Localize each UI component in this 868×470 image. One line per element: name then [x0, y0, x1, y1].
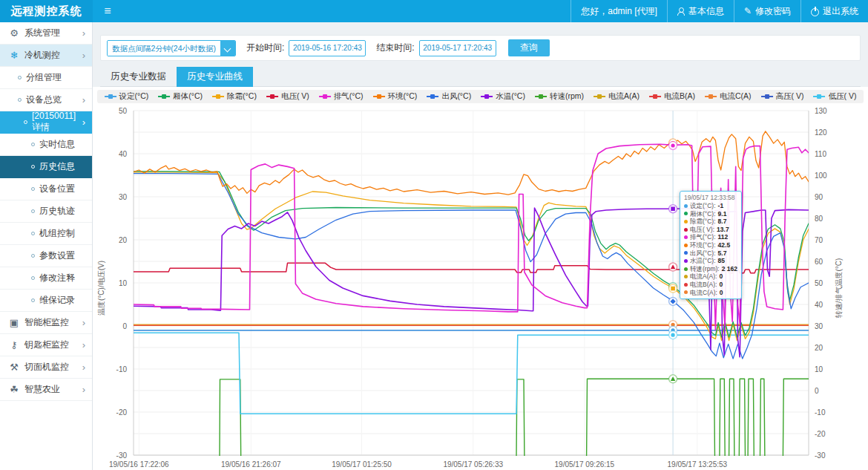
sidebar-item[interactable]: ❄冷机测控› [0, 45, 92, 67]
sidebar-item[interactable]: 修改注释 [0, 267, 92, 290]
bullet-icon [24, 120, 27, 124]
tooltip-row: 电压( V):13.7 [684, 226, 737, 234]
sidebar-item[interactable]: 历史轨迹 [0, 200, 92, 223]
sidebar-item[interactable]: 设备总览› [0, 89, 92, 111]
tooltip-series-name: 转速(rpm): [690, 265, 720, 273]
sidebar-item[interactable]: 参数设置 [0, 245, 92, 267]
header-spacer [122, 0, 571, 22]
sidebar-item-label: [20150011]详情 [32, 111, 82, 134]
change-password-label: 修改密码 [755, 5, 791, 18]
sidebar-nav: ⚙系统管理›❄冷机测控›分组管理设备总览›[20150011]详情›实时信息历史… [0, 22, 93, 470]
tooltip-series-name: 水温(°C): [690, 257, 716, 265]
start-time-label: 开始时间: [246, 42, 284, 54]
tooltip-series-name: 出风(°C): [690, 249, 716, 258]
chevron-right-icon: › [82, 317, 85, 328]
x-axis-tick-label: 19/05/16 17:22:06 [98, 460, 180, 469]
tooltip-series-dot [684, 267, 688, 271]
history-curve-chart[interactable]: 设定(°C)厢体(°C)除霜(°C)电压( V)排气(°C)环境(°C)出风(°… [93, 87, 868, 470]
tab-history-curve[interactable]: 历史专业曲线 [177, 67, 253, 87]
tooltip-row: 电流C(A):0 [684, 289, 737, 297]
bullet-icon [31, 254, 35, 258]
sidebar-item-label: 历史轨迹 [39, 205, 75, 218]
tab-history-data[interactable]: 历史专业数据 [100, 67, 177, 87]
y-right-tick-label: 30 [815, 322, 823, 330]
change-password-button[interactable]: ✎ 修改密码 [734, 0, 800, 22]
y-left-tick-label: 10 [93, 279, 127, 287]
sidebar-item-label: 设备总览 [26, 94, 62, 106]
tooltip-row: 出风(°C):5.7 [684, 249, 737, 258]
y-right-tick-label: 20 [815, 344, 823, 352]
bullet-icon [31, 209, 35, 213]
sidebar-item[interactable]: 设备位置 [0, 178, 92, 200]
tooltip-series-dot [684, 283, 688, 287]
logout-button[interactable]: 退出系统 [800, 0, 868, 22]
tab-strip: 历史专业数据 历史专业曲线 [100, 67, 861, 87]
sidebar-item[interactable]: [20150011]详情› [0, 111, 92, 134]
user-icon [677, 7, 685, 15]
sidebar-item-label: 修改注释 [39, 272, 75, 284]
interval-select[interactable]: 数据点间隔2分钟(24小时数据) [107, 40, 236, 56]
chevron-right-icon: › [82, 339, 85, 350]
tooltip-series-name: 设定(°C): [690, 202, 716, 210]
bullet-icon [31, 298, 35, 302]
tooltip-series-name: 除霜(°C): [690, 218, 716, 226]
bullet-icon [31, 187, 35, 191]
x-axis-tick-label: 19/05/17 05:26:33 [433, 460, 514, 469]
end-time-input[interactable] [419, 40, 496, 56]
sidebar-item-label: 系统管理 [24, 27, 60, 39]
tooltip-series-value: 9.1 [718, 210, 727, 218]
bullet-icon [31, 143, 35, 146]
tooltip-series-name: 电流B(A): [690, 281, 717, 289]
tooltip-series-dot [684, 251, 688, 255]
hamburger-menu-icon[interactable]: ≡ [93, 0, 122, 22]
sidebar-item-label: 参数设置 [39, 249, 75, 262]
sidebar-item[interactable]: ⚒切面机监控› [0, 356, 92, 379]
sidebar-item[interactable]: 分组管理 [0, 67, 92, 89]
sidebar-item[interactable]: 机组控制 [0, 223, 92, 245]
chart-canvas[interactable] [93, 87, 868, 470]
start-time-input[interactable] [289, 40, 366, 56]
y-right-tick-label: 60 [815, 258, 823, 266]
basic-info-label: 基本信息 [688, 5, 724, 18]
tooltip-series-value: 0 [719, 272, 723, 281]
chevron-right-icon: › [82, 50, 85, 61]
sidebar-item[interactable]: ⚷钥匙柜监控› [0, 334, 92, 356]
tooltip-series-value: 85 [718, 257, 725, 265]
y-right-tick-label: 10 [815, 365, 823, 373]
y-right-tick-label: 110 [815, 150, 826, 158]
y-left-tick-label: -20 [93, 408, 127, 417]
y-left-tick-label: 0 [93, 322, 127, 330]
gear-icon: ⚙ [9, 27, 19, 39]
y-right-tick-label: -30 [815, 451, 825, 460]
sidebar-item[interactable]: ⚙系统管理› [0, 22, 92, 45]
basic-info-button[interactable]: 基本信息 [667, 0, 734, 22]
tooltip-series-name: 厢体(°C): [690, 210, 716, 218]
user-greeting: 您好，admin [代理] [571, 0, 667, 22]
sidebar-item[interactable]: 历史信息 [0, 156, 92, 178]
tooltip-series-dot [684, 220, 688, 223]
query-button[interactable]: 查询 [508, 39, 550, 56]
sidebar-item[interactable]: 实时信息 [0, 134, 92, 156]
app-header: 远程测控系统 ≡ 您好，admin [代理] 基本信息 ✎ 修改密码 退出系统 [0, 0, 868, 22]
hover-marker [671, 287, 675, 291]
sidebar-item[interactable]: ☘智慧农业› [0, 379, 92, 401]
y-left-tick-label: 50 [93, 107, 127, 115]
sidebar-item-label: 冷机测控 [24, 49, 60, 62]
sidebar-item[interactable]: ▣智能柜监控› [0, 312, 92, 334]
y-right-tick-label: 40 [815, 301, 823, 309]
tooltip-series-dot [684, 204, 688, 208]
bullet-icon [31, 165, 35, 169]
edit-icon: ✎ [744, 7, 752, 15]
tooltip-row: 厢体(°C):9.1 [684, 210, 737, 218]
app-title: 远程测控系统 [0, 0, 93, 22]
key-icon: ⚷ [9, 339, 19, 350]
greeting-text: 您好，admin [代理] [581, 5, 657, 18]
tooltip-timestamp: 19/05/17 12:33:58 [684, 194, 737, 201]
tooltip-series-dot [684, 244, 688, 247]
bullet-icon [18, 98, 22, 102]
sidebar-item[interactable]: 维保记录 [0, 290, 92, 312]
tooltip-series-value: 112 [718, 233, 729, 241]
x-axis-tick-label: 19/05/16 21:26:07 [210, 460, 292, 469]
tooltip-series-value: 8.7 [718, 218, 727, 226]
y-right-tick-label: -10 [815, 408, 825, 417]
